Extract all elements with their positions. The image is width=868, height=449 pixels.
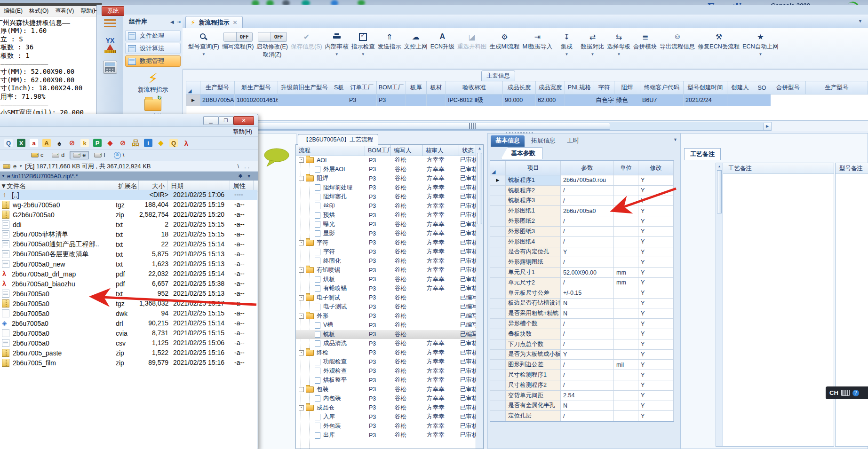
panel-splitter-dots[interactable] — [506, 132, 533, 135]
drive-info-buttons[interactable]: \ .. — [238, 163, 258, 170]
param-value-cell[interactable]: 2b6u7005a0.rou — [561, 175, 614, 186]
file-row[interactable]: 2b6u7005a0_newtxt1,6232021/02/25 15:13-a… — [0, 259, 257, 269]
toolbar-button[interactable]: ✔保存信息(S) — [291, 31, 322, 51]
tab-inactive[interactable]: 工时 — [562, 135, 584, 147]
param-value-cell[interactable]: / — [561, 329, 614, 339]
params-row[interactable]: 铣板程序3/Y — [490, 196, 674, 206]
params-row[interactable]: 单元尺寸152.00X90.00mmY — [490, 268, 674, 278]
params-row[interactable]: 外形露铜图纸/Y — [490, 257, 674, 268]
toolbar-button[interactable]: ⚙生成MI流程 — [490, 31, 520, 51]
process-row[interactable]: 出库P3谷松方幸幸已审核 — [296, 431, 476, 440]
toolbar-button[interactable]: ≣合拼模块 — [633, 31, 657, 51]
file-column-header[interactable]: 大小 — [139, 181, 168, 191]
grid-column-header[interactable]: 阻焊 — [614, 81, 640, 95]
params-row[interactable]: 是否有内定位孔YY — [490, 247, 674, 258]
path-bar[interactable]: ▼ e:\in11\2B6U7005A0.zip\*.* ✱ ▾ — [0, 172, 258, 181]
drive-button-d[interactable]: d — [48, 151, 68, 159]
file-row[interactable]: 2b6u7005a0dwk942021/02/25 15:15-a-- — [0, 308, 257, 318]
tree-collapse-icon[interactable]: - — [299, 314, 304, 319]
toolbar-button[interactable]: ☁文控上网 — [404, 31, 428, 51]
toolbar-button[interactable]: ⇄数据对比▼ — [581, 31, 604, 56]
param-value-cell[interactable]: 52.00X90.00 — [561, 268, 614, 278]
drive-dropdown-icon[interactable]: ▼ — [19, 164, 23, 168]
param-value-cell[interactable]: / — [561, 186, 614, 196]
tabbar-overflow-icon[interactable]: ▼ — [858, 19, 862, 24]
param-value-cell[interactable]: / — [561, 216, 614, 227]
param-value-cell[interactable]: N — [561, 308, 614, 319]
doc-search-icon[interactable]: Q — [4, 139, 13, 147]
keyboard-icon[interactable] — [841, 390, 850, 396]
tree-column-header[interactable]: 流程 — [296, 145, 365, 156]
process-row[interactable]: -成品仓P3谷松方幸幸已审核 — [296, 403, 476, 413]
process-row[interactable]: 成品清洗P3谷松方幸幸已审核 — [296, 339, 476, 348]
tab-basic-parameters[interactable]: 基本参数 — [501, 147, 542, 159]
process-row[interactable]: 外包装P3谷松方幸幸已审核 — [296, 422, 476, 431]
process-row[interactable]: -有铅喷锡P3谷松方幸幸已审核 — [296, 266, 476, 275]
process-row[interactable]: -字符P3谷松方幸幸已审核 — [296, 238, 476, 248]
dropdown-arrow-icon[interactable]: ▼ — [565, 52, 568, 56]
param-value-cell[interactable]: Y — [561, 350, 614, 360]
toolbar-button[interactable]: ⚒修复ECN丢流程 — [698, 31, 740, 51]
params-row[interactable]: 下刀点总个数/Y — [490, 339, 674, 350]
params-row[interactable]: 外形图纸12b6u7005a0Y — [490, 206, 674, 216]
param-value-cell[interactable]: / — [561, 278, 614, 288]
params-row[interactable]: 单元板尺寸公差+/-0.15Y — [490, 288, 674, 299]
tab-new-flow-instruction[interactable]: ⚡ 新流程指示 ✕ — [185, 16, 243, 28]
params-column-header[interactable]: 项目 — [506, 161, 561, 175]
minimize-button[interactable]: ▁ — [203, 116, 218, 125]
block2-icon[interactable]: ⊘ — [119, 139, 127, 147]
params-row[interactable]: 外形图纸2/Y — [490, 216, 674, 227]
grid-corner-cell[interactable]: ◢ — [490, 161, 506, 175]
param-value-cell[interactable]: / — [561, 360, 614, 370]
hamburger-menu-icon[interactable] — [104, 19, 116, 27]
dropdown-arrow-icon[interactable]: ▼ — [202, 52, 206, 56]
maximize-button[interactable]: ❐ — [218, 116, 233, 125]
component-item[interactable]: 数据管理 — [125, 55, 181, 67]
params-row[interactable]: 外形图纸3/Y — [490, 227, 674, 237]
dropdown-arrow-icon[interactable]: ▼ — [361, 52, 365, 56]
close-button[interactable]: ✕ — [233, 116, 254, 125]
calculator-icon[interactable] — [103, 61, 117, 74]
params-column-header[interactable]: 修改 — [638, 161, 674, 175]
process-row[interactable]: 铣板P3谷松已编写 — [296, 330, 476, 339]
dropdown-arrow-icon[interactable]: ▼ — [335, 52, 339, 56]
notepad-menu-item[interactable]: 查看(V) — [55, 7, 74, 15]
toolbar-button[interactable]: OFF编写流程(R) — [222, 31, 254, 51]
params-row[interactable]: 异形槽个数/Y — [490, 319, 674, 329]
drive-button-c[interactable]: c — [28, 151, 47, 159]
drive-button-network[interactable]: ⊕\ — [111, 151, 127, 160]
tree-column-header[interactable]: 编写人 — [391, 145, 423, 156]
language-bar[interactable]: CH ? — [826, 386, 868, 399]
process-row[interactable]: 曝光P3谷松方幸幸已审核 — [296, 220, 476, 229]
params-column-header[interactable]: 单位 — [614, 161, 638, 175]
grid-column-header[interactable]: SO — [753, 81, 771, 95]
file-row[interactable]: [..]<DIR>2021/02/25 17:06---- — [0, 190, 257, 200]
grid-column-header[interactable]: 新生产型号 — [235, 81, 278, 95]
process-row[interactable]: 终固化P3谷松方幸幸已审核 — [296, 257, 476, 266]
grid-column-header[interactable]: S板 — [331, 81, 347, 95]
toolbar-button[interactable]: 型号查询(F)▼ — [188, 31, 219, 56]
file-row[interactable]: 2b6u7005a0通知产品工程部..txt222021/02/25 15:14… — [0, 239, 257, 249]
process-row[interactable]: 功能检查P3谷松方幸幸已审核 — [296, 357, 476, 367]
key-icon[interactable]: k — [80, 139, 89, 147]
path-buttons[interactable]: ✱ ▾ — [238, 173, 258, 179]
process-row[interactable]: 丝印P3谷松方幸幸已审核 — [296, 202, 476, 211]
toolbar-button[interactable]: ⇑发送指示 — [378, 31, 401, 51]
dropdown-arrow-icon[interactable]: ▼ — [590, 52, 594, 56]
language-indicator[interactable]: CH — [829, 389, 838, 396]
tree-collapse-icon[interactable]: - — [299, 268, 304, 273]
path-dropdown-icon[interactable]: ▼ — [1, 174, 5, 178]
notepad-menu-item[interactable]: 编辑(E) — [4, 7, 23, 15]
param-value-cell[interactable]: / — [561, 370, 614, 380]
notes-vertical-scrollbar[interactable]: ▲ — [716, 163, 723, 446]
process-row[interactable]: 阻焊塞孔P3谷松方幸幸已审核 — [296, 192, 476, 202]
component-item[interactable]: 文件处理 — [125, 30, 181, 41]
grid-column-header[interactable]: 验收标准 — [446, 81, 503, 95]
process-row[interactable]: -外形P3谷松已编写 — [296, 312, 476, 321]
file-row[interactable]: 2b6u7005菲林清单txt182021/02/25 15:15-a-- — [0, 229, 257, 239]
toolbar-button[interactable]: ◪重选开料图 — [457, 31, 487, 51]
tab-active[interactable]: 基本信息 — [491, 135, 525, 147]
grid-column-header[interactable]: 成品长度 — [503, 81, 536, 95]
dropdown-arrow-icon[interactable]: ▼ — [759, 52, 763, 56]
tree-collapse-icon[interactable]: - — [299, 387, 304, 392]
